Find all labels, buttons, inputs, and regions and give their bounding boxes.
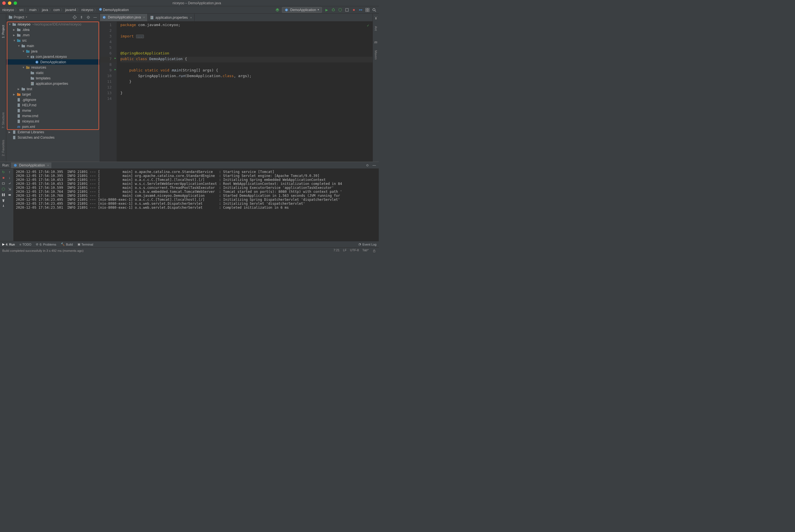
project-tool-button[interactable]: 1: Project [1, 25, 5, 38]
tree-item[interactable]: application.properties [6, 81, 100, 86]
down-icon[interactable]: ↓ [7, 175, 12, 180]
line-separator[interactable]: LF [343, 248, 347, 253]
line-number[interactable]: 9▶ [100, 68, 117, 74]
code-area[interactable]: ✓ package com.javam4.niceyoo;import ...@… [117, 22, 373, 162]
tree-arrow-icon[interactable]: ▶ [13, 28, 16, 31]
ant-icon[interactable] [374, 16, 378, 20]
maven-tool-button[interactable]: Maven [374, 50, 378, 60]
expand-all-icon[interactable]: ⇕ [79, 15, 84, 20]
line-number[interactable]: 3 [100, 34, 117, 40]
tree-arrow-icon[interactable]: ▼ [8, 23, 12, 26]
todo-tool-button[interactable]: ≡ TODO [19, 243, 31, 246]
external-libraries[interactable]: ▶External Libraries [6, 129, 100, 135]
tree-arrow-icon[interactable]: ▼ [22, 50, 25, 53]
tree-item[interactable]: ▶.idea [6, 27, 100, 32]
code-line[interactable]: public static void main(String[] args) { [120, 68, 373, 74]
code-line[interactable]: package com.javam4.niceyoo; [120, 23, 373, 28]
line-number[interactable]: 10 [100, 74, 117, 79]
tree-arrow-icon[interactable]: ▶ [13, 93, 16, 96]
maven-icon[interactable]: m [374, 40, 378, 44]
code-line[interactable]: import ... [120, 34, 373, 40]
tree-arrow-icon[interactable]: ▶ [8, 131, 12, 134]
line-number[interactable]: 12 [100, 85, 117, 91]
breadcrumb-item[interactable]: src [19, 8, 24, 12]
minimize-window[interactable] [8, 1, 11, 5]
close-icon[interactable]: × [47, 164, 49, 167]
tree-arrow-icon[interactable]: ▼ [27, 55, 30, 58]
build-tool-button[interactable]: 🔨 Build [61, 243, 73, 246]
breadcrumb-item[interactable]: niceyoo [82, 8, 93, 12]
structure-tool-button[interactable]: 7: Structure [1, 112, 5, 129]
tree-arrow-icon[interactable]: ▼ [18, 44, 21, 48]
problems-tool-button[interactable]: ⊘ 6: Problems [36, 243, 56, 246]
hide-icon[interactable]: — [372, 163, 377, 168]
ant-tool-button[interactable]: Ant [374, 26, 378, 31]
print-icon[interactable] [7, 193, 12, 197]
layout-icon[interactable] [1, 193, 6, 197]
line-number[interactable]: 8 [100, 62, 117, 68]
run-tool-button[interactable]: ▶ 4: Run [2, 243, 15, 246]
editor-tab[interactable]: CDemoApplication.java× [100, 14, 148, 21]
dump-icon[interactable] [1, 181, 6, 186]
tree-item[interactable]: ▶test [6, 86, 100, 92]
exit-icon[interactable] [1, 187, 6, 191]
terminal-tool-button[interactable]: ▣ Terminal [77, 243, 93, 246]
coverage-button[interactable] [338, 8, 342, 12]
code-line[interactable] [120, 40, 373, 45]
tree-item[interactable]: HELP.md [6, 102, 100, 108]
breadcrumb-item[interactable]: main [29, 8, 37, 12]
line-number[interactable]: 2 [100, 28, 117, 34]
line-number[interactable]: 7▶ [100, 57, 117, 62]
line-number[interactable]: 13 [100, 91, 117, 96]
breadcrumb-item[interactable]: java [42, 8, 48, 12]
code-line[interactable] [120, 85, 373, 91]
project-view-selector[interactable]: Project ▼ [8, 15, 28, 19]
code-line[interactable]: @SpringBootApplication [120, 51, 373, 57]
up-icon[interactable]: ↑ [7, 170, 12, 174]
tree-item[interactable]: ▶.mvn [6, 32, 100, 38]
editor[interactable]: 1234567▶89▶1011121314 ✓ package com.java… [100, 22, 373, 162]
inspection-check-icon[interactable]: ✓ [367, 23, 369, 27]
tree-item[interactable]: ▶target [6, 92, 100, 97]
close-icon[interactable]: × [190, 16, 192, 19]
code-line[interactable] [120, 96, 373, 102]
tree-item[interactable]: niceyoo.iml [6, 118, 100, 124]
tree-arrow-icon[interactable]: ▼ [13, 39, 16, 42]
lock-icon[interactable] [372, 248, 377, 253]
breadcrumb-item[interactable]: niceyoo [2, 8, 14, 12]
tree-item[interactable]: ▼com.javam4.niceyoo [6, 54, 100, 59]
maximize-window[interactable] [14, 1, 17, 5]
rerun-icon[interactable]: ↻ [1, 170, 6, 174]
delete-icon[interactable] [1, 198, 6, 203]
wrap-icon[interactable]: ⤶ [7, 181, 12, 186]
tree-item[interactable]: ▼main [6, 43, 100, 49]
tree-item[interactable]: .gitignore [6, 97, 100, 102]
event-log-button[interactable]: ◔ Event Log [358, 243, 377, 246]
line-number[interactable]: 11 [100, 79, 117, 85]
tree-item[interactable]: ▼src [6, 38, 100, 43]
tree-arrow-icon[interactable]: ▶ [13, 34, 16, 37]
scratches[interactable]: Scratches and Consoles [6, 135, 100, 140]
code-line[interactable]: } [120, 79, 373, 85]
profile-button[interactable] [345, 8, 349, 12]
search-icon[interactable] [372, 8, 377, 12]
project-tree[interactable]: ▼niceyoo~/workspace/IDEA/mine/niceyoo▶.i… [6, 21, 100, 162]
build-icon[interactable] [275, 8, 280, 12]
tree-item[interactable]: mvnw.cmd [6, 113, 100, 118]
indent-info[interactable]: Tab* [362, 248, 368, 253]
tree-item[interactable]: templates [6, 75, 100, 81]
locate-icon[interactable] [72, 15, 77, 20]
console-output[interactable]: 2020-12-05 17:54:10.395 INFO 21891 --- [… [14, 169, 379, 241]
tree-arrow-icon[interactable]: ▼ [22, 66, 25, 69]
line-number[interactable]: 4 [100, 40, 117, 45]
tree-item[interactable]: mvnw [6, 108, 100, 113]
stop-button[interactable]: ■ [351, 8, 356, 12]
tree-item[interactable]: mpom.xml [6, 124, 100, 129]
file-encoding[interactable]: UTF-8 [350, 248, 359, 253]
close-window[interactable] [2, 1, 6, 5]
settings-icon[interactable] [365, 163, 370, 168]
gutter-run-icon[interactable]: ▶ [115, 68, 116, 71]
tree-item[interactable]: ▼resources [6, 65, 100, 70]
tree-arrow-icon[interactable]: ▶ [18, 88, 21, 91]
code-line[interactable] [120, 28, 373, 34]
